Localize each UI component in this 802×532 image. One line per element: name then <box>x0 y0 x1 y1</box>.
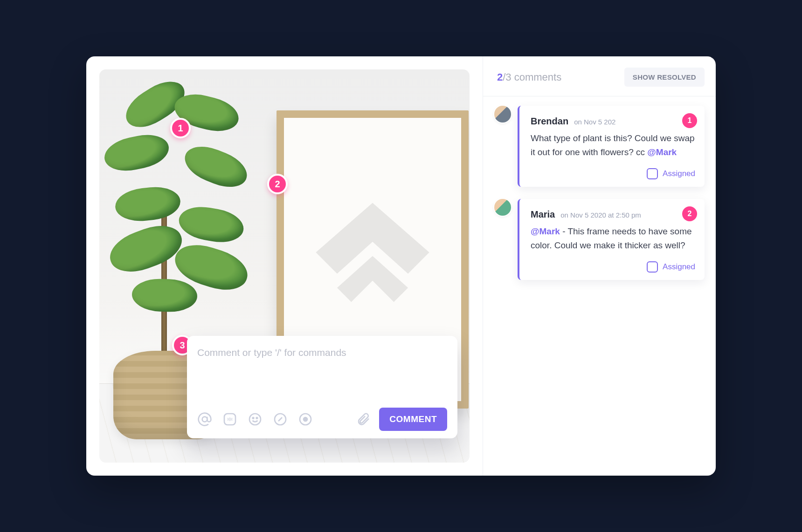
assigned-toggle[interactable]: Assigned <box>531 261 695 273</box>
avatar <box>494 106 511 123</box>
comment-timestamp: on Nov 5 2020 at 2:50 pm <box>560 211 641 219</box>
submit-comment-button[interactable]: COMMENT <box>379 408 447 431</box>
mention[interactable]: @Mark <box>531 226 560 236</box>
comment-input[interactable] <box>197 347 447 366</box>
checkbox-icon[interactable] <box>647 168 658 179</box>
comment-card: Brendan on Nov 5 202 1 What type of plan… <box>518 106 705 187</box>
canvas-pane: 1 2 3 <box>86 56 483 476</box>
composer-toolbar: COMMENT <box>197 408 447 431</box>
mention-icon[interactable] <box>197 412 212 427</box>
comments-sidebar: 2/3 comments SHOW RESOLVED Brendan on No… <box>483 56 716 476</box>
svg-line-6 <box>278 417 282 421</box>
avatar <box>494 199 511 216</box>
slash-command-icon[interactable] <box>273 412 288 427</box>
assigned-toggle[interactable]: Assigned <box>531 168 695 179</box>
thread-marker-badge: 1 <box>682 113 697 128</box>
svg-rect-1 <box>224 414 235 425</box>
comment-body: @Mark - This frame needs to have some co… <box>531 225 695 253</box>
comment-body: What type of plant is this? Could we swa… <box>531 131 695 160</box>
show-resolved-button[interactable]: SHOW RESOLVED <box>624 68 705 87</box>
assign-icon[interactable] <box>222 412 237 427</box>
app-window: 1 2 3 <box>86 56 716 476</box>
svg-point-4 <box>256 417 258 419</box>
thread-marker-badge: 2 <box>682 206 697 221</box>
assigned-label: Assigned <box>663 169 695 178</box>
comment-author: Brendan <box>531 116 568 127</box>
comment-count-visible: 2 <box>497 71 503 83</box>
comment-thread[interactable]: Maria on Nov 5 2020 at 2:50 pm 2 @Mark -… <box>494 199 705 280</box>
sidebar-header: 2/3 comments SHOW RESOLVED <box>483 56 716 96</box>
svg-point-0 <box>202 417 207 422</box>
attachment-icon[interactable] <box>356 412 371 427</box>
annotation-marker-1[interactable]: 1 <box>170 118 191 138</box>
svg-point-3 <box>253 417 254 419</box>
thread-list: Brendan on Nov 5 202 1 What type of plan… <box>483 96 716 289</box>
mention[interactable]: @Mark <box>647 147 677 157</box>
comment-count-total: /3 comments <box>503 71 561 83</box>
comment-composer: COMMENT <box>187 336 457 438</box>
annotation-marker-2[interactable]: 2 <box>267 174 288 194</box>
comment-author: Maria <box>531 209 555 220</box>
record-icon[interactable] <box>298 412 313 427</box>
svg-point-8 <box>304 417 307 421</box>
comment-card: Maria on Nov 5 2020 at 2:50 pm 2 @Mark -… <box>518 199 705 280</box>
emoji-icon[interactable] <box>248 412 263 427</box>
proof-image[interactable]: 1 2 3 <box>99 69 470 463</box>
comment-thread[interactable]: Brendan on Nov 5 202 1 What type of plan… <box>494 106 705 187</box>
comment-count: 2/3 comments <box>497 71 561 83</box>
checkbox-icon[interactable] <box>647 261 658 273</box>
assigned-label: Assigned <box>663 262 695 272</box>
comment-timestamp: on Nov 5 202 <box>574 118 615 126</box>
svg-point-2 <box>249 414 261 425</box>
